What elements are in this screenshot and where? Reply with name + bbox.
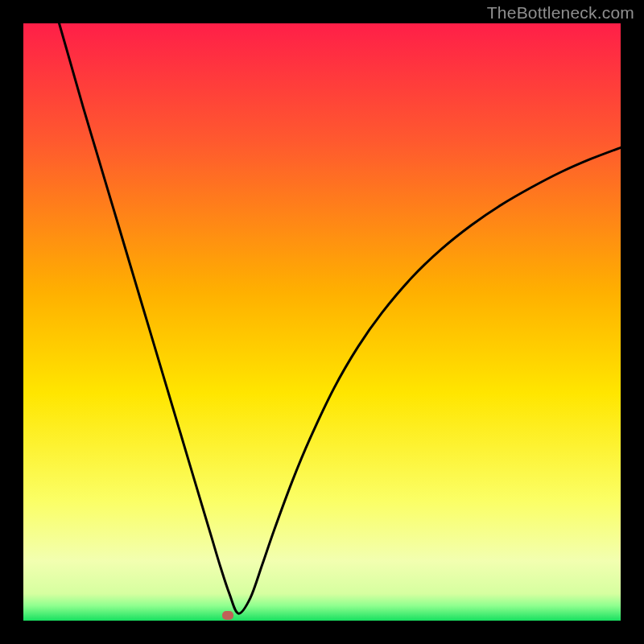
plot-area bbox=[23, 23, 621, 621]
watermark-text: TheBottleneck.com bbox=[487, 3, 634, 23]
chart-frame: TheBottleneck.com bbox=[0, 0, 644, 644]
bottleneck-curve bbox=[60, 23, 621, 613]
optimal-marker bbox=[222, 611, 233, 620]
curve-layer bbox=[23, 23, 621, 621]
